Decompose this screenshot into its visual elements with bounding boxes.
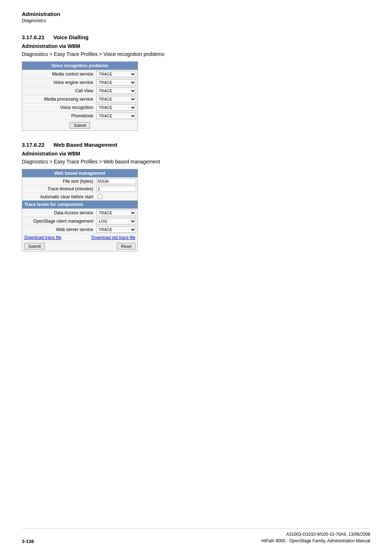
data-access-select[interactable]: TRACELOGOFF xyxy=(96,210,136,216)
auto-clear-checkbox[interactable] xyxy=(98,194,102,199)
section1-heading: Voice Dialling xyxy=(53,34,89,40)
footer-doc-info: A31003-O1010-M100-10-76A9, 13/06/2008 Hi… xyxy=(261,531,370,544)
openstage-client-label: OpenStage client management xyxy=(24,219,96,224)
voice-submit-button[interactable]: Submit xyxy=(70,122,90,129)
web-server-label: Web server service xyxy=(24,227,96,232)
trace-timeout-value[interactable] xyxy=(96,186,136,192)
section2-admin-label: Administration via WBM xyxy=(22,151,370,157)
section1-admin-label: Administration via WBM xyxy=(22,43,370,49)
media-processing-label: Media processing service xyxy=(24,97,96,102)
auto-clear-value[interactable] xyxy=(96,194,136,200)
openstage-client-select[interactable]: TRACELOGOFF xyxy=(96,218,136,224)
web-management-box: Web based management File size (bytes) T… xyxy=(22,169,138,251)
voice-recognition-label: Voice recognition xyxy=(24,105,96,110)
table-row: File size (bytes) xyxy=(22,177,138,185)
voice-recognition-box: Voice recognition problems Media control… xyxy=(22,61,138,131)
section2-breadcrumb: Diagnostics > Easy Trace Profiles > Web … xyxy=(22,159,370,165)
voice-recognition-value[interactable]: TRACELOGOFF xyxy=(96,104,136,111)
phonebook-value[interactable]: TRACELOGOFF xyxy=(96,113,136,119)
table-row: Phonebook TRACELOGOFF xyxy=(22,112,138,120)
call-view-label: Call View xyxy=(24,88,96,93)
media-control-value[interactable]: TRACELOGOFF xyxy=(96,71,136,77)
voice-engine-value[interactable]: TRACELOGOFF xyxy=(96,79,136,86)
voice-engine-select[interactable]: TRACELOGOFF xyxy=(96,79,136,86)
web-submit-button[interactable]: Submit xyxy=(24,243,45,250)
trace-timeout-input[interactable] xyxy=(96,186,136,192)
media-control-label: Media control service xyxy=(24,72,96,77)
web-box-header: Web based management xyxy=(22,169,138,177)
phonebook-label: Phonebook xyxy=(24,113,96,118)
file-size-value[interactable] xyxy=(96,178,136,184)
media-processing-select[interactable]: TRACELOGOFF xyxy=(96,96,136,102)
media-processing-value[interactable]: TRACELOGOFF xyxy=(96,96,136,102)
section2-number: 3.17.6.22 xyxy=(22,142,45,148)
data-access-label: Data Access service xyxy=(24,210,96,215)
web-box-footer: Submit Reset xyxy=(22,241,138,251)
page-number: 3-138 xyxy=(22,539,34,544)
trace-timeout-label: Trace timeout (minutes) xyxy=(24,186,96,191)
table-row: OpenStage client management TRACELOGOFF xyxy=(22,217,138,225)
voice-box-header: Voice recognition problems xyxy=(22,62,138,70)
web-reset-button[interactable]: Reset xyxy=(117,243,135,250)
call-view-value[interactable]: TRACELOGOFF xyxy=(96,88,136,94)
section1-breadcrumb: Diagnostics > Easy Trace Profiles > Voic… xyxy=(22,51,370,57)
download-links-row: Download trace file Download old trace f… xyxy=(22,234,138,241)
section1-number: 3.17.6.21 xyxy=(22,34,45,40)
table-row: Automatic clear before start xyxy=(22,193,138,200)
table-row: Data Access service TRACELOGOFF xyxy=(22,208,138,217)
file-size-input[interactable] xyxy=(96,178,136,184)
web-server-value[interactable]: TRACELOGOFF xyxy=(96,226,136,233)
table-row: Media processing service TRACELOGOFF xyxy=(22,95,138,103)
openstage-client-value[interactable]: TRACELOGOFF xyxy=(96,218,136,224)
table-row: Web server service TRACELOGOFF xyxy=(22,225,138,234)
table-row: Media control service TRACELOGOFF xyxy=(22,70,138,78)
voice-box-footer: Submit xyxy=(22,120,138,130)
media-control-select[interactable]: TRACELOGOFF xyxy=(96,71,136,77)
phonebook-select[interactable]: TRACELOGOFF xyxy=(96,113,136,119)
table-row: Voice recognition TRACELOGOFF xyxy=(22,103,138,112)
file-size-label: File size (bytes) xyxy=(24,179,96,184)
header-subtitle: Diagnostics xyxy=(22,18,370,23)
auto-clear-label: Automatic clear before start xyxy=(24,194,96,199)
data-access-value[interactable]: TRACELOGOFF xyxy=(96,210,136,216)
download-old-trace-link[interactable]: Download old trace file xyxy=(91,235,135,240)
footer-doc-title: HiPath 8000 - OpenStage Family, Administ… xyxy=(261,538,370,544)
page-footer: 3-138 A31003-O1010-M100-10-76A9, 13/06/2… xyxy=(22,528,370,544)
table-row: Trace timeout (minutes) xyxy=(22,185,138,193)
section2-heading: Web Based Management xyxy=(53,142,117,148)
table-row: Call View TRACELOGOFF xyxy=(22,86,138,95)
download-trace-link[interactable]: Download trace file xyxy=(24,235,61,240)
call-view-select[interactable]: TRACELOGOFF xyxy=(96,88,136,94)
footer-doc-ref: A31003-O1010-M100-10-76A9, 13/06/2008 xyxy=(261,531,370,538)
table-row: Voice engine service TRACELOGOFF xyxy=(22,78,138,86)
voice-recognition-select[interactable]: TRACELOGOFF xyxy=(96,104,136,111)
trace-levels-subheader: Trace levels for components xyxy=(22,200,138,208)
voice-engine-label: Voice engine service xyxy=(24,80,96,85)
web-server-select[interactable]: TRACELOGOFF xyxy=(96,226,136,233)
header-title: Administration xyxy=(22,11,370,17)
